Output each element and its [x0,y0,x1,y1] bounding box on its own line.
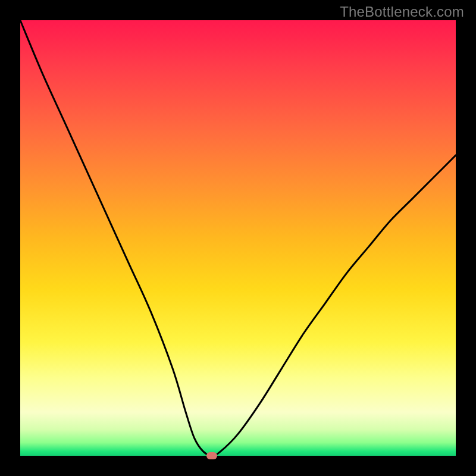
optimal-marker [206,452,217,459]
watermark-text: TheBottleneck.com [340,4,464,20]
curve-path [20,20,456,456]
chart-frame: TheBottleneck.com [0,0,476,476]
bottleneck-curve [20,20,456,456]
plot-area [20,20,456,456]
